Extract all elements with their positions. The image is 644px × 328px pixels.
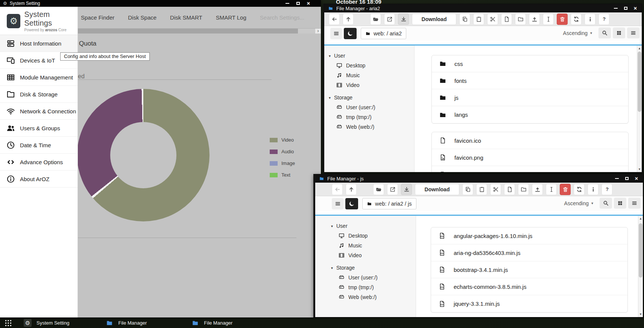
- toolbar-button-info[interactable]: [585, 14, 595, 25]
- toolbar-button-copy[interactable]: [462, 184, 473, 195]
- close-button[interactable]: ×: [306, 1, 311, 6]
- menu-button[interactable]: [332, 198, 343, 209]
- list-view-button[interactable]: [628, 198, 641, 209]
- legend-item[interactable]: Audio: [270, 146, 295, 157]
- tree-row[interactable]: ▾ User (user:/): [329, 102, 414, 112]
- app-launcher-button[interactable]: [3, 319, 13, 327]
- search-button[interactable]: [598, 27, 611, 38]
- sidebar-item-wifi[interactable]: Network & Connection: [0, 103, 77, 120]
- file-row[interactable]: angular-packages-1.6.10.min.js: [431, 227, 627, 244]
- chevron-down-icon[interactable]: ▾: [591, 201, 593, 205]
- tree-row[interactable]: ▾ Storage: [329, 93, 414, 102]
- vertical-scrollbar[interactable]: ▲ ▼: [638, 216, 643, 317]
- minimize-button[interactable]: [614, 176, 620, 181]
- sidebar-item-folder-line[interactable]: Disk & Storage: [0, 86, 77, 103]
- tree-row[interactable]: ▾ User: [329, 51, 414, 61]
- vertical-scrollbar[interactable]: ▲ ▼: [637, 46, 642, 172]
- toolbar-button-up[interactable]: [343, 14, 354, 25]
- sort-order-dropdown[interactable]: Ascending: [563, 30, 588, 36]
- minimize-button[interactable]: [613, 6, 618, 11]
- toolbar-button-copy[interactable]: [459, 14, 470, 25]
- list-view-button[interactable]: [627, 27, 639, 38]
- toolbar-button-open-folder[interactable]: [373, 184, 384, 195]
- toolbar-button-trash[interactable]: [557, 14, 568, 25]
- toolbar-button-upload[interactable]: [529, 14, 540, 25]
- sidebar-item-info-circle[interactable]: About ArOZ: [0, 171, 77, 188]
- toolbar-button-new-folder[interactable]: [518, 184, 529, 195]
- toolbar-button-refresh[interactable]: [574, 184, 585, 195]
- tree-row[interactable]: ▾ Video: [331, 250, 416, 260]
- toolbar-button-upload[interactable]: [532, 184, 543, 195]
- grid-view-button[interactable]: [614, 198, 626, 209]
- tab[interactable]: Disk SMART: [170, 14, 202, 21]
- chevron-down-icon[interactable]: ▾: [590, 31, 592, 35]
- tree-row[interactable]: ▾ Desktop: [329, 61, 414, 70]
- file-row[interactable]: favicon.png: [432, 149, 628, 166]
- file-row[interactable]: aria-ng-da5356c403.min.js: [431, 244, 627, 261]
- tab[interactable]: Space Finder: [81, 14, 114, 21]
- titlebar[interactable]: ⚙ System Setting ×: [0, 0, 321, 7]
- toolbar-button-rename-ibeam[interactable]: [543, 14, 554, 25]
- legend-item[interactable]: Text: [270, 169, 295, 181]
- tree-row[interactable]: ▾ Video: [329, 80, 414, 90]
- titlebar[interactable]: File Manager - aria2 ×: [324, 4, 642, 12]
- dark-mode-toggle[interactable]: [344, 28, 357, 39]
- tree-row[interactable]: ▾ User (user:/): [331, 273, 416, 282]
- scroll-down-arrow[interactable]: ▼: [637, 168, 642, 171]
- taskbar-item-file-manager-2[interactable]: File Manager: [189, 318, 235, 328]
- toolbar-button[interactable]: Download: [415, 184, 459, 195]
- minimize-button[interactable]: [285, 1, 290, 6]
- search-button[interactable]: [600, 198, 612, 209]
- folder-row[interactable]: css: [432, 55, 628, 72]
- sidebar-item-modules[interactable]: Module Management: [0, 69, 77, 86]
- grid-view-button[interactable]: [613, 27, 625, 38]
- tree-row[interactable]: ▾ Music: [329, 70, 414, 80]
- toolbar-button-external-link[interactable]: [387, 184, 398, 195]
- tree-row[interactable]: ▾ tmp (tmp:/): [331, 282, 416, 292]
- toolbar-button-rename-ibeam[interactable]: [546, 184, 557, 195]
- toolbar-button[interactable]: Download: [412, 14, 456, 25]
- scroll-up-arrow[interactable]: ▲: [638, 217, 643, 220]
- toolbar-button-new-folder[interactable]: [515, 14, 526, 25]
- scroll-up-arrow[interactable]: ▲: [637, 47, 642, 50]
- legend-item[interactable]: Image: [270, 157, 295, 169]
- breadcrumb[interactable]: web: / aria2: [361, 28, 406, 39]
- toolbar-button-refresh[interactable]: [571, 14, 582, 25]
- maximize-button[interactable]: [624, 176, 629, 181]
- toolbar-button-back[interactable]: [329, 14, 340, 25]
- tree-row[interactable]: ▾ Web (web:/): [329, 122, 414, 132]
- toolbar-button-back[interactable]: [332, 184, 343, 195]
- sort-order-dropdown[interactable]: Ascending: [564, 200, 589, 206]
- toolbar-button-external-link[interactable]: [384, 14, 395, 25]
- scroll-thumb[interactable]: [638, 52, 641, 112]
- toolbar-button-up[interactable]: [346, 184, 357, 195]
- tree-row[interactable]: ▾ tmp (tmp:/): [329, 112, 414, 122]
- file-row[interactable]: echarts-common-3.8.5.min.js: [431, 278, 627, 295]
- folder-row[interactable]: fonts: [432, 72, 628, 89]
- tab[interactable]: Disk Space: [128, 14, 156, 21]
- tree-row[interactable]: ▾ Desktop: [331, 231, 416, 241]
- toolbar-button-help[interactable]: [601, 184, 612, 195]
- titlebar[interactable]: File Manager - js ×: [315, 174, 643, 183]
- sidebar-item-code[interactable]: Advance Options: [0, 154, 77, 171]
- tree-row[interactable]: ▾ Storage: [331, 263, 416, 273]
- toolbar-button-open-folder[interactable]: [370, 14, 381, 25]
- hscroll-thumb[interactable]: [78, 29, 298, 34]
- maximize-button[interactable]: [295, 1, 301, 6]
- toolbar-button-paste[interactable]: [473, 14, 484, 25]
- legend-item[interactable]: Video: [270, 134, 295, 146]
- sidebar-item-users[interactable]: Users & Groups: [0, 120, 77, 137]
- toolbar-button-help[interactable]: [598, 14, 609, 25]
- breadcrumb[interactable]: web: / aria2 / js: [362, 198, 416, 209]
- toolbar-button-new-file[interactable]: [504, 184, 515, 195]
- tree-row[interactable]: ▾ Web (web:/): [331, 292, 416, 302]
- settings-search-input[interactable]: [260, 14, 313, 21]
- toolbar-button-download-arrow[interactable]: [401, 184, 412, 195]
- taskbar-item-system-setting[interactable]: ⚙ System Setting: [21, 318, 71, 328]
- scroll-down-arrow[interactable]: ▼: [638, 313, 643, 316]
- scroll-thumb[interactable]: [639, 223, 642, 278]
- tree-row[interactable]: ▾ Music: [331, 241, 416, 250]
- folder-row[interactable]: js: [432, 89, 628, 106]
- sidebar-item-clock[interactable]: Date & Time: [0, 137, 77, 154]
- taskbar-item-file-manager-1[interactable]: File Manager: [103, 318, 149, 328]
